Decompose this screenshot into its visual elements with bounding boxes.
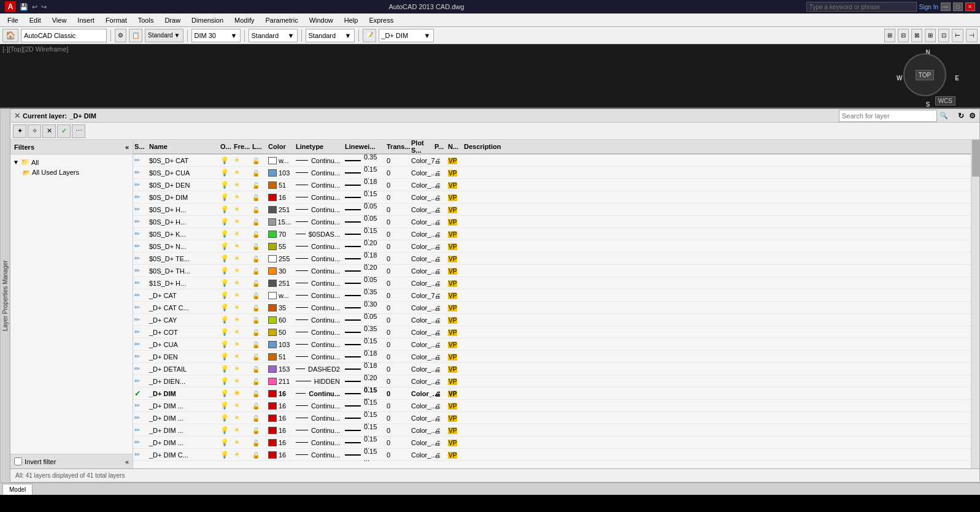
minimize-button[interactable]: — — [941, 2, 951, 11]
layer-plot-icon[interactable]: 🖨 — [434, 402, 448, 410]
layer-color[interactable]: 16 — [266, 451, 293, 459]
menu-item-draw[interactable]: Draw — [160, 15, 185, 25]
layer-plot-icon[interactable]: 🖨 — [434, 378, 448, 385]
col-header-linetype[interactable]: Linetype — [293, 143, 342, 150]
layer-lock-icon[interactable]: 🔓 — [252, 427, 266, 434]
layer-freeze-icon[interactable]: ☀ — [234, 377, 252, 385]
tb-btn-r2[interactable]: ⊟ — [898, 29, 909, 42]
layer-freeze-icon[interactable]: ☀ — [234, 389, 252, 397]
table-row[interactable]: ✓_D+ DIM💡☀🔓16Continu...0.15 ...0Color_..… — [133, 388, 971, 400]
layer-color[interactable]: 16 — [266, 439, 293, 446]
layer-on-icon[interactable]: 💡 — [220, 218, 234, 226]
layer-vp-icon[interactable]: VP — [448, 353, 461, 361]
layer-on-icon[interactable]: 💡 — [220, 402, 234, 410]
layer-color[interactable]: w... — [266, 292, 293, 299]
layer-color[interactable]: 251 — [266, 280, 293, 287]
layer-lock-icon[interactable]: 🔓 — [252, 292, 266, 299]
scroll-thumb[interactable] — [972, 140, 979, 177]
layer-vp-icon[interactable]: VP — [448, 255, 461, 262]
table-row[interactable]: ✏$0S_D+ H...💡☀🔓251Continu...0.05 ...0Col… — [133, 204, 971, 216]
layer-on-icon[interactable]: 💡 — [220, 389, 234, 397]
layer-on-icon[interactable]: 💡 — [220, 254, 234, 262]
layer-color[interactable]: 50 — [266, 329, 293, 336]
layer-freeze-icon[interactable]: ☀ — [234, 402, 252, 410]
tb-style[interactable]: Standard▼ — [145, 29, 183, 42]
layer-lock-icon[interactable]: 🔓 — [252, 267, 266, 275]
layer-color[interactable]: 103 — [266, 341, 293, 348]
layer-freeze-icon[interactable]: ☀ — [234, 304, 252, 311]
model-tab[interactable]: Model — [2, 484, 33, 495]
layer-lock-icon[interactable]: 🔓 — [252, 415, 266, 422]
layer-on-icon[interactable]: 💡 — [220, 377, 234, 385]
layer-lock-icon[interactable]: 🔓 — [252, 206, 266, 213]
layer-on-icon[interactable]: 💡 — [220, 304, 234, 311]
table-row[interactable]: ✏$0S_D+ TE...💡☀🔓255Continu...0.18 ...0Co… — [133, 253, 971, 265]
annotate-dropdown[interactable]: _D+ DIM▼ — [379, 29, 434, 42]
layer-plot-icon[interactable]: 🖨 — [434, 316, 448, 324]
layer-on-icon[interactable]: 💡 — [220, 169, 234, 177]
layer-color[interactable]: 251 — [266, 206, 293, 213]
layer-vp-icon[interactable]: VP — [448, 439, 461, 446]
layer-color[interactable]: 51 — [266, 181, 293, 189]
layer-lock-icon[interactable]: 🔓 — [252, 439, 266, 446]
layer-on-icon[interactable]: 💡 — [220, 279, 234, 287]
filters-collapse-button[interactable]: « — [125, 143, 129, 151]
sign-in-link[interactable]: Sign In — [919, 4, 938, 10]
keyword-search[interactable] — [806, 2, 917, 12]
layer-vp-icon[interactable]: VP — [448, 218, 461, 226]
layer-freeze-icon[interactable]: ☀ — [234, 279, 252, 287]
table-row[interactable]: ✏_D+ DIM ...💡☀🔓16Continu...0.15 ...0Colo… — [133, 412, 971, 424]
layer-plot-icon[interactable]: 🖨 — [434, 451, 448, 459]
table-row[interactable]: ✏_D+ CAY💡☀🔓60Continu...0.05 ...0Color_..… — [133, 314, 971, 326]
layer-lock-icon[interactable]: 🔓 — [252, 329, 266, 336]
layer-plot-icon[interactable]: 🖨 — [434, 169, 448, 177]
layer-freeze-icon[interactable]: ☀ — [234, 353, 252, 361]
menu-item-dimension[interactable]: Dimension — [187, 15, 228, 25]
layer-lock-icon[interactable]: 🔓 — [252, 280, 266, 287]
wcs-button[interactable]: WCS — [935, 96, 955, 105]
layer-plot-icon[interactable]: 🖨 — [434, 255, 448, 262]
layer-color[interactable]: 16 — [266, 194, 293, 201]
layer-vp-icon[interactable]: VP — [448, 243, 461, 250]
layer-plot-icon[interactable]: 🖨 — [434, 157, 448, 164]
layer-lock-icon[interactable]: 🔓 — [252, 402, 266, 410]
table-row[interactable]: ✏$0S_D+ CUA💡☀🔓103Continu...0.15 ...0Colo… — [133, 167, 971, 179]
col-header-n[interactable]: N... — [448, 143, 461, 150]
col-header-fre[interactable]: Fre... — [234, 143, 252, 150]
layer-freeze-icon[interactable]: ☀ — [234, 414, 252, 422]
layer-freeze-icon[interactable]: ☀ — [234, 218, 252, 226]
layer-on-icon[interactable]: 💡 — [220, 316, 234, 324]
layer-on-icon[interactable]: 💡 — [220, 438, 234, 446]
table-row[interactable]: ✏$0S_D+ DEN💡☀🔓51Continu...0.18 ...0Color… — [133, 179, 971, 191]
layer-freeze-icon[interactable]: ☀ — [234, 254, 252, 262]
layer-color[interactable]: 16 — [266, 402, 293, 410]
layer-vp-icon[interactable]: VP — [448, 415, 461, 422]
layer-on-icon[interactable]: 💡 — [220, 353, 234, 361]
layer-lock-icon[interactable]: 🔓 — [252, 243, 266, 250]
layer-freeze-icon[interactable]: ☀ — [234, 316, 252, 324]
delete-layer-button[interactable]: ✕ — [42, 124, 56, 138]
layer-vp-icon[interactable]: VP — [448, 304, 461, 311]
table-row[interactable]: ✏_D+ DIM C...💡☀🔓16Continu...0.15 ...0Col… — [133, 449, 971, 461]
layer-freeze-icon[interactable]: ☀ — [234, 328, 252, 336]
layer-on-icon[interactable]: 💡 — [220, 328, 234, 336]
layer-color[interactable]: 15... — [266, 218, 293, 226]
more-settings-button[interactable]: ⋯ — [72, 124, 85, 138]
layer-plot-icon[interactable]: 🖨 — [434, 181, 448, 189]
quick-access-save[interactable]: 💾 — [20, 3, 28, 11]
layer-lock-icon[interactable]: 🔓 — [252, 365, 266, 373]
layer-freeze-icon[interactable]: ☀ — [234, 181, 252, 189]
layer-plot-icon[interactable]: 🖨 — [434, 243, 448, 250]
layer-color[interactable]: 103 — [266, 169, 293, 177]
menu-item-help[interactable]: Help — [339, 15, 363, 25]
layer-plot-icon[interactable]: 🖨 — [434, 206, 448, 213]
col-header-trans[interactable]: Trans... — [385, 143, 410, 150]
layer-color[interactable]: 211 — [266, 378, 293, 385]
new-layer-button[interactable]: ✦ — [13, 124, 26, 138]
col-header-l[interactable]: L... — [252, 143, 266, 150]
layer-vp-icon[interactable]: VP — [448, 341, 461, 348]
dim-dropdown[interactable]: DIM 30▼ — [191, 29, 241, 42]
layer-plot-icon[interactable]: 🖨 — [434, 267, 448, 275]
layer-freeze-icon[interactable]: ☀ — [234, 291, 252, 299]
layer-color[interactable]: 51 — [266, 353, 293, 361]
